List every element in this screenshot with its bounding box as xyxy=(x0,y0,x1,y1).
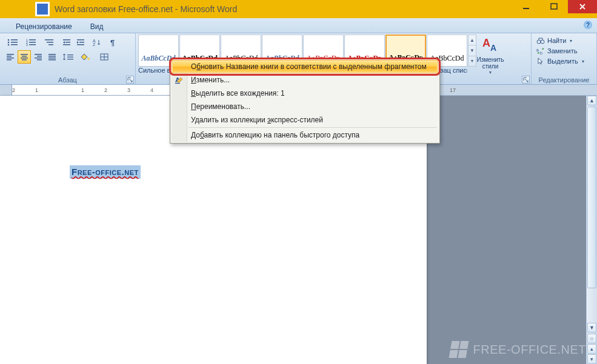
svg-rect-14 xyxy=(45,39,53,41)
svg-rect-26 xyxy=(7,54,14,55)
change-styles-button[interactable]: AA Изменить стили ▾ xyxy=(476,35,504,75)
help-icon[interactable]: ? xyxy=(584,21,592,29)
paragraph-group: 123 AZ ¶ Абзац xyxy=(0,33,136,84)
align-center-button[interactable] xyxy=(18,50,31,64)
svg-text:a: a xyxy=(536,48,539,52)
svg-rect-27 xyxy=(7,56,12,57)
watermark-text: FREE-OFFICE.NET xyxy=(473,343,586,357)
svg-rect-42 xyxy=(67,55,73,55)
word-logo-icon xyxy=(35,2,50,16)
align-right-button[interactable] xyxy=(32,50,45,64)
svg-rect-3 xyxy=(11,39,18,41)
window-title: Word заголовки Free-office.net - Microso… xyxy=(55,4,237,14)
show-marks-button[interactable]: ¶ xyxy=(107,36,120,49)
editing-group-label: Редактирование xyxy=(534,76,594,84)
multilevel-list-button[interactable] xyxy=(41,36,59,49)
svg-rect-22 xyxy=(77,44,84,45)
shading-button[interactable] xyxy=(78,50,96,64)
svg-rect-9 xyxy=(29,39,36,41)
svg-rect-36 xyxy=(35,58,42,59)
svg-rect-21 xyxy=(79,42,84,43)
align-left-button[interactable] xyxy=(4,50,17,64)
tab-review[interactable]: Рецензирование xyxy=(7,21,81,33)
svg-rect-17 xyxy=(63,39,70,41)
replace-label: Заменить xyxy=(547,47,577,55)
svg-text:b: b xyxy=(540,51,542,55)
svg-point-50 xyxy=(541,40,544,44)
svg-rect-39 xyxy=(48,56,56,57)
replace-icon: ab xyxy=(536,47,545,55)
svg-rect-40 xyxy=(48,58,56,59)
next-page-button[interactable]: ▾ xyxy=(587,354,596,364)
svg-rect-34 xyxy=(35,54,42,55)
svg-rect-16 xyxy=(48,44,53,45)
scroll-up-arrow[interactable]: ▲ xyxy=(587,96,596,105)
increase-indent-button[interactable] xyxy=(74,36,87,49)
prev-page-button[interactable]: ▴ xyxy=(587,344,596,354)
numbering-button[interactable]: 123 xyxy=(22,36,41,49)
paragraph-group-label: Абзац xyxy=(2,76,133,84)
ribbon-tabs: Рецензирование Вид ? xyxy=(0,18,597,33)
sort-button[interactable]: AZ xyxy=(88,36,106,49)
svg-rect-41 xyxy=(48,59,56,61)
svg-point-6 xyxy=(8,44,10,46)
svg-rect-32 xyxy=(21,58,28,59)
modify-icon: A xyxy=(175,75,184,85)
windows-logo-icon xyxy=(449,341,469,358)
scroll-thumb[interactable] xyxy=(587,107,596,288)
ctx-rename[interactable]: Переименовать... xyxy=(172,100,438,113)
borders-button[interactable] xyxy=(97,50,115,64)
svg-rect-44 xyxy=(67,59,73,59)
svg-text:Z: Z xyxy=(93,42,96,47)
svg-rect-19 xyxy=(63,44,70,45)
svg-rect-11 xyxy=(29,42,36,43)
svg-point-45 xyxy=(87,58,90,60)
replace-button[interactable]: ab Заменить xyxy=(534,46,594,56)
svg-rect-18 xyxy=(65,42,70,43)
tab-view[interactable]: Вид xyxy=(82,21,112,33)
gallery-scroll[interactable]: ▲▼▾ xyxy=(468,35,476,67)
line-spacing-button[interactable] xyxy=(59,50,78,64)
change-styles-icon: AA xyxy=(481,37,499,55)
svg-rect-28 xyxy=(7,58,14,59)
browse-object-button[interactable]: ○ xyxy=(587,334,596,343)
svg-rect-35 xyxy=(37,56,42,57)
svg-rect-43 xyxy=(67,57,73,58)
paragraph-launcher[interactable] xyxy=(126,76,134,84)
svg-rect-7 xyxy=(11,44,18,45)
maximize-button[interactable] xyxy=(540,0,568,13)
binoculars-icon xyxy=(536,36,545,45)
svg-point-4 xyxy=(8,42,10,44)
style-context-menu: Обновить Название книги в соответствии с… xyxy=(170,58,440,144)
styles-launcher[interactable] xyxy=(522,76,530,84)
svg-rect-5 xyxy=(11,42,18,43)
ctx-remove[interactable]: Удалить из коллекции экспресс-стилей xyxy=(172,113,438,127)
change-styles-label: Изменить стили xyxy=(476,56,504,70)
bullets-button[interactable] xyxy=(4,36,22,49)
titlebar: Word заголовки Free-office.net - Microso… xyxy=(0,0,597,18)
svg-point-49 xyxy=(537,40,541,44)
svg-rect-29 xyxy=(7,59,12,61)
svg-rect-0 xyxy=(523,8,529,9)
svg-point-2 xyxy=(8,39,10,41)
find-label: Найти xyxy=(547,37,566,44)
svg-rect-33 xyxy=(22,59,27,61)
decrease-indent-button[interactable] xyxy=(60,36,73,49)
ctx-modify[interactable]: A Изменить... xyxy=(172,73,438,87)
editing-group: Найти▾ ab Заменить Выделить▾ Редактирова… xyxy=(532,33,597,84)
justify-button[interactable] xyxy=(45,50,59,64)
vertical-scrollbar[interactable]: ▲ ▼ ○ ▴ ▾ xyxy=(586,96,597,364)
selected-text[interactable]: Free-office.net xyxy=(70,165,141,179)
close-button[interactable] xyxy=(568,0,597,13)
find-button[interactable]: Найти▾ xyxy=(534,36,594,45)
scroll-down-arrow[interactable]: ▼ xyxy=(587,323,596,333)
ctx-add-qat[interactable]: Добавить коллекцию на панель быстрого до… xyxy=(172,128,438,142)
svg-rect-13 xyxy=(29,44,36,45)
minimize-button[interactable] xyxy=(512,0,540,13)
ctx-select-all[interactable]: Выделить все вхождения: 1 xyxy=(172,87,438,100)
select-label: Выделить xyxy=(547,58,578,65)
select-button[interactable]: Выделить▾ xyxy=(534,56,594,66)
svg-rect-30 xyxy=(21,54,28,55)
ctx-update-style[interactable]: Обновить Название книги в соответствии с… xyxy=(172,60,438,73)
svg-rect-15 xyxy=(47,42,53,43)
